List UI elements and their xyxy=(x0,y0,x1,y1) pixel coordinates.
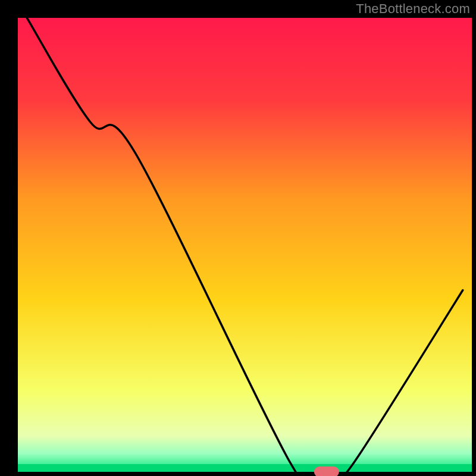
watermark-text: TheBottleneck.com xyxy=(356,1,470,17)
bottleneck-chart xyxy=(0,0,476,476)
chart-container: TheBottleneck.com xyxy=(0,0,476,476)
chart-baseline-band xyxy=(18,464,472,472)
chart-gradient-bg xyxy=(18,18,472,472)
optimal-point-marker xyxy=(314,466,339,476)
